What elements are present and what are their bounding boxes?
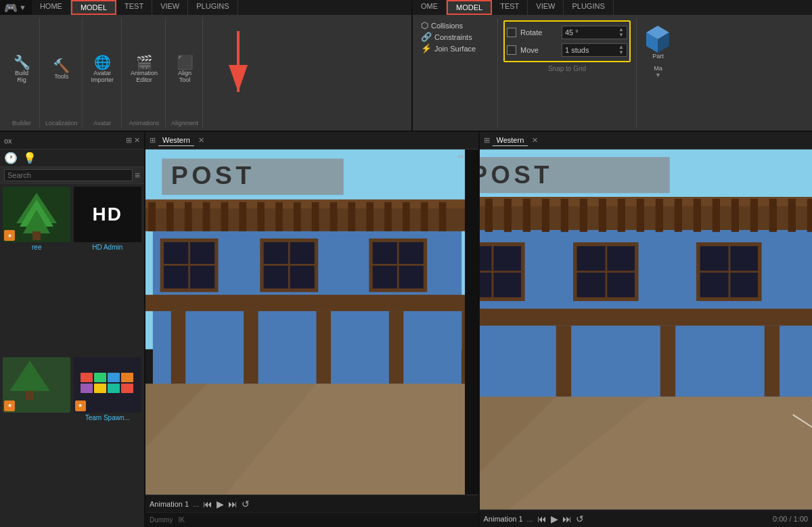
right-scene-maximize-icon[interactable]: ⊞	[484, 136, 490, 145]
spawn-svg	[77, 359, 138, 410]
svg-rect-73	[579, 199, 587, 232]
right-skip-back-button[interactable]: ⏮	[537, 513, 547, 524]
right-scene-close-icon[interactable]: ✕	[532, 136, 538, 145]
alignment-group-label: Alignment	[171, 120, 198, 127]
left-ribbon-tabs: 🎮 ▼ HOME MODEL TEST VIEW PLUGINS	[0, 0, 411, 15]
left-scene-maximize-icon[interactable]: ⊞	[150, 136, 156, 145]
right-skip-forward-button[interactable]: ⏭	[562, 513, 572, 524]
svg-rect-38	[421, 202, 428, 231]
tab-model-right[interactable]: MODEL	[447, 0, 492, 15]
tab-test-right[interactable]: TEST	[492, 0, 528, 15]
ribbon-group-avatar: 🌐 AvatarImporter Avatar	[84, 18, 122, 128]
avatar-importer-icon: 🌐	[94, 55, 111, 69]
left-skip-forward-button[interactable]: ⏭	[228, 499, 238, 509]
rotate-row: Rotate 45 ° ▲ ▼	[507, 24, 627, 41]
tab-model-left[interactable]: MODEL	[71, 0, 116, 15]
list-item[interactable]: HD HD Admin	[74, 187, 142, 354]
assets-grid: ★ ree HD HD Admin	[0, 184, 144, 527]
svg-rect-30	[275, 202, 283, 231]
build-rig-button[interactable]: 🔧 BuildRig	[8, 53, 35, 85]
tree-svg	[9, 189, 64, 240]
move-value-text: 1 studs	[565, 46, 589, 54]
svg-rect-27	[221, 202, 229, 231]
list-item[interactable]: ★ ree	[3, 187, 71, 354]
move-spinners: ▲ ▼	[618, 45, 624, 55]
rotate-value[interactable]: 45 ° ▲ ▼	[562, 26, 627, 39]
rotate-spinners: ▲ ▼	[618, 27, 624, 38]
right-scene-panel: ⊞ Western ✕	[478, 132, 813, 527]
toolbox-close-button[interactable]: ✕	[134, 136, 140, 145]
ik-label: IK	[178, 516, 184, 524]
build-rig-label: BuildRig	[15, 70, 28, 83]
svg-rect-105	[764, 325, 779, 396]
left-anim-menu[interactable]: ...	[193, 500, 199, 508]
left-ribbon-body: 🔧 BuildRig Builder 🔨 Tools Localizat	[0, 15, 411, 131]
tab-test-left[interactable]: TEST	[116, 0, 152, 15]
dummy-label: Dummy	[150, 516, 173, 524]
avatar-importer-button[interactable]: 🌐 AvatarImporter	[88, 53, 118, 85]
part-label: Part	[652, 53, 664, 60]
list-item[interactable]: ★ Team Spawn...	[74, 357, 142, 525]
tools-button[interactable]: 🔨 Tools	[48, 57, 75, 82]
rotate-down-arrow[interactable]: ▼	[618, 32, 624, 38]
partial-asset-thumb: ★	[3, 357, 70, 413]
svg-rect-53	[244, 311, 258, 384]
left-scene-close-icon[interactable]: ✕	[198, 136, 204, 145]
svg-rect-23	[148, 202, 156, 231]
join-surface-icon: ⚡	[421, 43, 432, 53]
svg-rect-80	[712, 199, 719, 232]
build-rig-icon: 🔧	[14, 55, 30, 69]
rotate-value-text: 45 °	[565, 28, 579, 37]
tab-view-right[interactable]: VIEW	[528, 0, 564, 15]
left-loop-button[interactable]: ↺	[242, 499, 250, 509]
right-play-button[interactable]: ▶	[551, 513, 558, 524]
ma-button[interactable]: Ma ▼	[645, 63, 672, 81]
move-value[interactable]: 1 studs ▲ ▼	[562, 43, 627, 57]
right-anim-name: Animation 1	[484, 515, 523, 523]
right-scene-tab[interactable]: Western	[493, 135, 528, 146]
svg-rect-39	[439, 202, 447, 231]
scene-resize-icon[interactable]: ⇔	[457, 152, 464, 161]
animation-editor-label: AnimationEditor	[131, 70, 158, 83]
move-down-arrow[interactable]: ▼	[618, 50, 624, 55]
tab-home-left[interactable]: HOME	[32, 0, 71, 15]
svg-rect-25	[185, 202, 192, 231]
right-loop-button[interactable]: ↺	[576, 513, 584, 524]
tab-plugins-left[interactable]: PLUGINS	[188, 0, 238, 15]
svg-rect-74	[598, 199, 606, 232]
spawn-badge: ★	[75, 400, 86, 411]
tab-ome-right[interactable]: OME	[413, 0, 447, 15]
search-input[interactable]	[4, 169, 133, 181]
list-item[interactable]: ★	[3, 357, 71, 525]
arrow-annotation-area	[204, 18, 407, 128]
filter-icon[interactable]: ≡	[135, 170, 140, 181]
toolbox-restore-button[interactable]: ⊞	[126, 136, 132, 145]
dummy-bar: Dummy IK	[145, 512, 478, 527]
right-western-svg: POST	[480, 150, 813, 509]
left-play-button[interactable]: ▶	[217, 499, 224, 509]
tab-view-left[interactable]: VIEW	[152, 0, 188, 15]
left-western-svg: POST	[145, 150, 478, 495]
left-skip-back-button[interactable]: ⏮	[203, 499, 212, 509]
ma-label: Ma	[654, 65, 662, 72]
svg-rect-26	[203, 202, 210, 231]
align-tool-button[interactable]: ⬛ AlignTool	[171, 53, 198, 85]
align-tool-icon: ⬛	[177, 55, 194, 69]
bulb-icon[interactable]: 💡	[23, 152, 37, 164]
animation-editor-button[interactable]: 🎬 AnimationEditor	[127, 53, 161, 85]
move-label: Move	[520, 46, 558, 54]
collisions-icon: ⬡	[421, 20, 428, 30]
rotate-checkbox[interactable]	[507, 28, 516, 37]
left-scene-tab[interactable]: Western	[158, 135, 194, 146]
right-anim-menu[interactable]: ...	[527, 515, 533, 523]
svg-rect-75	[617, 199, 625, 232]
svg-rect-24	[166, 202, 174, 231]
tab-plugins-right[interactable]: PLUGINS	[564, 0, 613, 15]
right-scene-footer: Animation 1 ... ⏮ ▶ ⏭ ↺ 0:00 / 1:00	[480, 509, 813, 527]
part-button[interactable]: Part	[639, 20, 677, 62]
svg-rect-52	[171, 311, 185, 384]
right-scene-header: ⊞ Western ✕	[480, 132, 813, 150]
clock-icon[interactable]: 🕐	[4, 152, 18, 164]
move-checkbox[interactable]	[507, 45, 516, 55]
svg-rect-37	[403, 202, 410, 231]
